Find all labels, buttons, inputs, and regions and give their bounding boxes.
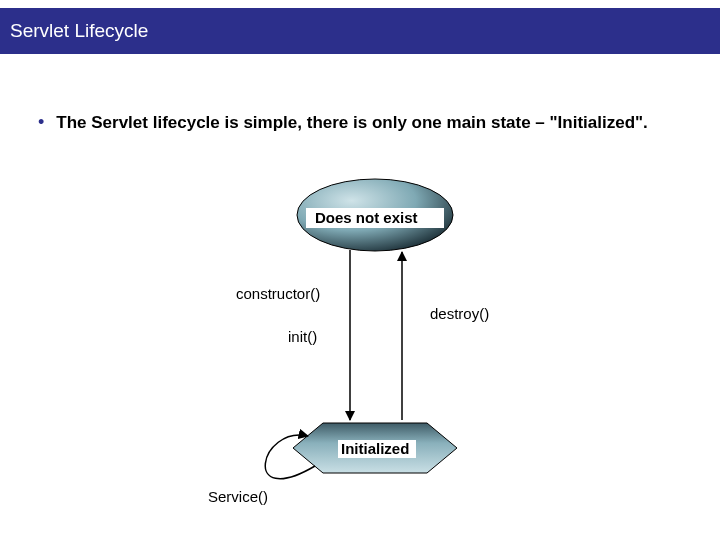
slide: Servlet Lifecycle • The Servlet lifecycl… (0, 0, 720, 540)
label-constructor: constructor() (236, 285, 320, 302)
label-service: Service() (208, 488, 268, 505)
label-destroy: destroy() (430, 305, 489, 322)
lifecycle-diagram: Does not exist Initialized constructor()… (180, 170, 560, 520)
bullet-item: • The Servlet lifecycle is simple, there… (38, 112, 678, 135)
state-bottom-label: Initialized (341, 440, 409, 457)
state-top-label: Does not exist (315, 209, 418, 226)
label-init: init() (288, 328, 317, 345)
page-title: Servlet Lifecycle (10, 20, 148, 42)
bullet-text: The Servlet lifecycle is simple, there i… (56, 112, 648, 135)
bullet-dot-icon: • (38, 112, 44, 134)
title-bar: Servlet Lifecycle (0, 8, 720, 54)
